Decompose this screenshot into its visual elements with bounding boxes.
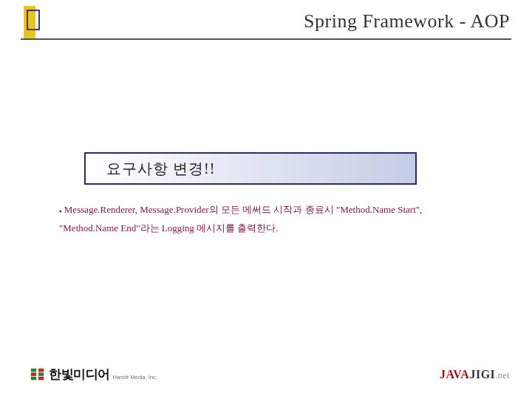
footer-left: 한빛미디어 Hanbit Media, Inc. <box>30 366 157 383</box>
slide: Spring Framework - AOP 요구사항 변경!! ▪ Messa… <box>0 0 532 399</box>
footer-net: .net <box>495 370 510 381</box>
footer-java: JAVA <box>440 368 470 381</box>
footer-brand-ko: 한빛미디어 <box>49 366 110 383</box>
svg-rect-1 <box>38 368 44 372</box>
svg-rect-3 <box>38 372 44 376</box>
svg-rect-0 <box>31 368 36 372</box>
header-divider <box>21 38 511 40</box>
svg-rect-5 <box>38 376 44 380</box>
footer-jigi: JIGI <box>469 368 495 381</box>
footer-right: JAVAJIGI.net <box>440 368 510 381</box>
hanbit-logo-icon <box>30 366 46 383</box>
callout-bar: 요구사항 변경!! <box>84 152 417 185</box>
footer-brand-sub: Hanbit Media, Inc. <box>113 374 157 381</box>
header-accent-box <box>27 10 40 30</box>
header: Spring Framework - AOP <box>0 6 532 40</box>
svg-rect-4 <box>31 376 36 380</box>
bullet-icon: ▪ <box>59 207 62 215</box>
page-title: Spring Framework - AOP <box>304 10 510 33</box>
callout-label: 요구사항 변경!! <box>106 159 215 179</box>
content-body: ▪ Message.Renderer, Message.Provider의 모든… <box>59 201 473 237</box>
content-text: Message.Renderer, Message.Provider의 모든 메… <box>59 204 422 233</box>
svg-rect-2 <box>31 372 36 376</box>
